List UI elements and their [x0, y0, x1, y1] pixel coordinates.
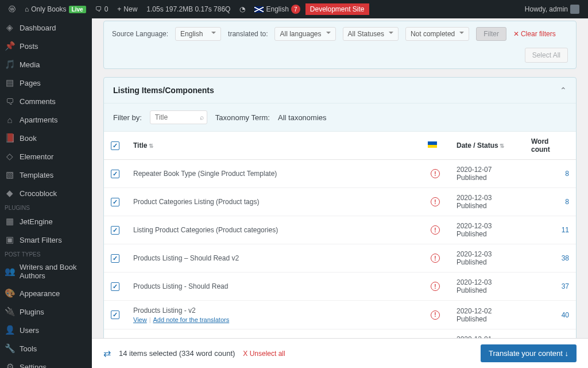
sidebar-item-dashboard[interactable]: ◈Dashboard — [0, 18, 92, 37]
separator: POST TYPES — [0, 249, 92, 259]
sidebar-item-pages[interactable]: ▤Pages — [0, 74, 92, 92]
sidebar-item-settings[interactable]: ⚙Settings — [0, 358, 92, 368]
translate-icon: ⇄ — [103, 348, 111, 359]
collapse-icon[interactable]: ⌃ — [560, 86, 567, 95]
language-switch[interactable]: English7 — [250, 0, 304, 18]
qm-icon[interactable]: ◔ — [235, 0, 249, 18]
taxonomy-term-label: Taxonomy Term: — [215, 113, 270, 122]
howdy-user[interactable]: Howdy, admin — [521, 0, 583, 18]
translation-status-icon[interactable] — [431, 225, 440, 235]
filter-button[interactable]: Filter — [476, 27, 506, 41]
table-row: Product Categories Listing (Product tags… — [104, 188, 576, 216]
table-row: Products Listing - Should Read2020-12-03… — [104, 273, 576, 301]
close-icon: ✕ — [513, 30, 519, 38]
sidebar-item-templates[interactable]: ▧Templates — [0, 166, 92, 184]
separator: PLUGINS — [0, 202, 92, 212]
new-content[interactable]: +New — [113, 0, 141, 18]
admin-bar: ⓦ ⌂Only BooksLive 🗨0 +New 1.05s 197.2MB … — [0, 0, 588, 18]
row-checkbox[interactable] — [111, 198, 119, 206]
translate-content-button[interactable]: Translate your content ↓ — [481, 344, 577, 362]
title-filter-input[interactable] — [150, 110, 207, 124]
unselect-all-link[interactable]: X Unselect all — [243, 350, 285, 358]
query-monitor[interactable]: 1.05s 197.2MB 0.17s 786Q — [142, 0, 234, 18]
items-table: Title Date / Status Word count Repeater … — [104, 132, 576, 368]
row-title: Products Listing - v2View|Add note for t… — [126, 301, 421, 329]
sidebar-item-smart-filters[interactable]: ▣Smart Filters — [0, 231, 92, 249]
translation-status-icon[interactable] — [431, 310, 440, 320]
sidebar-item-tools[interactable]: 🔧Tools — [0, 339, 92, 358]
wp-logo[interactable]: ⓦ — [5, 0, 20, 18]
word-count-link[interactable]: 8 — [565, 198, 569, 206]
site-name[interactable]: ⌂Only BooksLive — [21, 0, 90, 18]
sidebar-item-media[interactable]: 🎵Media — [0, 55, 92, 74]
source-lang-select[interactable]: English — [175, 27, 221, 41]
clear-filters-link[interactable]: ✕Clear filters — [513, 30, 556, 38]
sidebar-item-comments[interactable]: 🗨Comments — [0, 92, 92, 110]
word-count-link[interactable]: 40 — [562, 311, 569, 319]
row-checkbox[interactable] — [111, 226, 119, 235]
main-content: Source Language: English translated to: … — [92, 18, 588, 368]
sidebar-item-apartments[interactable]: ⌂Apartments — [0, 110, 92, 129]
filter-bar: Source Language: English translated to: … — [103, 21, 577, 69]
sidebar-item-jetengine[interactable]: ▦JetEngine — [0, 212, 92, 231]
translation-status-icon[interactable] — [431, 169, 440, 178]
target-lang-select[interactable]: All languages — [274, 27, 335, 41]
word-count-link[interactable]: 37 — [562, 282, 569, 290]
select-all-button[interactable]: Select All — [525, 48, 568, 63]
row-title: Product Categories Listing (Product tags… — [126, 188, 421, 216]
row-actions: View|Add note for the translators — [133, 316, 414, 323]
search-icon: ⌕ — [200, 113, 204, 121]
sidebar-item-appearance[interactable]: 🎨Appearance — [0, 284, 92, 302]
table-row: Products Listing – Should Read v22020-12… — [104, 244, 576, 273]
row-date-status: 2020-12-03Published — [450, 216, 524, 244]
sidebar-item-book[interactable]: 📕Book — [0, 129, 92, 147]
menu-icon: ⚙ — [5, 362, 15, 368]
translation-status-icon[interactable] — [431, 197, 440, 206]
home-icon: ⌂ — [25, 5, 29, 13]
row-date-status: 2020-12-03Published — [450, 244, 524, 273]
menu-icon: ▣ — [5, 235, 15, 245]
panel-title: Listing Items/Components — [113, 86, 214, 95]
sidebar-item-writers-and-book-authors[interactable]: 👥Writers and Book Authors — [0, 259, 92, 284]
date-column-header[interactable]: Date / Status — [450, 132, 524, 160]
menu-icon: ⌂ — [5, 114, 15, 125]
sidebar-item-crocoblock[interactable]: ◆Crocoblock — [0, 184, 92, 202]
translation-status-icon[interactable] — [431, 282, 440, 291]
live-badge: Live — [69, 6, 86, 13]
title-column-header[interactable]: Title — [126, 132, 421, 160]
sidebar-item-users[interactable]: 👤Users — [0, 321, 92, 339]
taxonomy-select[interactable]: All taxonomies — [278, 113, 327, 122]
menu-icon: 📌 — [5, 41, 15, 51]
comments-count[interactable]: 🗨0 — [91, 0, 113, 18]
selection-count: 14 items selected (334 word count) — [119, 349, 235, 358]
word-count-link[interactable]: 8 — [565, 170, 569, 178]
table-row: Products Listing - v2View|Add note for t… — [104, 301, 576, 329]
source-lang-label: Source Language: — [112, 30, 168, 38]
admin-sidebar: ◈Dashboard📌Posts🎵Media▤Pages🗨Comments⌂Ap… — [0, 18, 92, 368]
table-row: Repeater Book Type (Single Product Templ… — [104, 160, 576, 188]
row-checkbox[interactable] — [111, 310, 119, 319]
wordcount-column-header: Word count — [524, 132, 576, 160]
menu-icon: ◆ — [5, 188, 15, 198]
row-checkbox[interactable] — [111, 170, 119, 178]
filter-by-label: Filter by: — [113, 113, 142, 122]
status-select[interactable]: All Statuses — [343, 27, 399, 41]
row-date-status: 2020-12-02Published — [450, 301, 524, 329]
word-count-link[interactable]: 11 — [562, 226, 569, 234]
sidebar-item-posts[interactable]: 📌Posts — [0, 37, 92, 55]
menu-icon: 👥 — [5, 266, 15, 277]
add-note-link[interactable]: Add note for the translators — [153, 316, 230, 323]
row-checkbox[interactable] — [111, 254, 119, 263]
sidebar-item-plugins[interactable]: 🔌Plugins — [0, 302, 92, 321]
menu-icon: 🎵 — [5, 59, 15, 70]
sidebar-item-elementor[interactable]: ◇Elementor — [0, 147, 92, 166]
row-date-status: 2020-12-03Published — [450, 188, 524, 216]
view-link[interactable]: View — [133, 316, 147, 323]
row-checkbox[interactable] — [111, 282, 119, 291]
listing-panel: Listing Items/Components ⌃ Filter by: ⌕ … — [103, 77, 577, 368]
menu-icon: 👤 — [5, 325, 15, 335]
select-all-checkbox[interactable] — [111, 141, 119, 150]
word-count-link[interactable]: 38 — [562, 254, 569, 262]
translation-status-icon[interactable] — [431, 254, 440, 263]
completion-select[interactable]: Not completed — [405, 27, 469, 41]
